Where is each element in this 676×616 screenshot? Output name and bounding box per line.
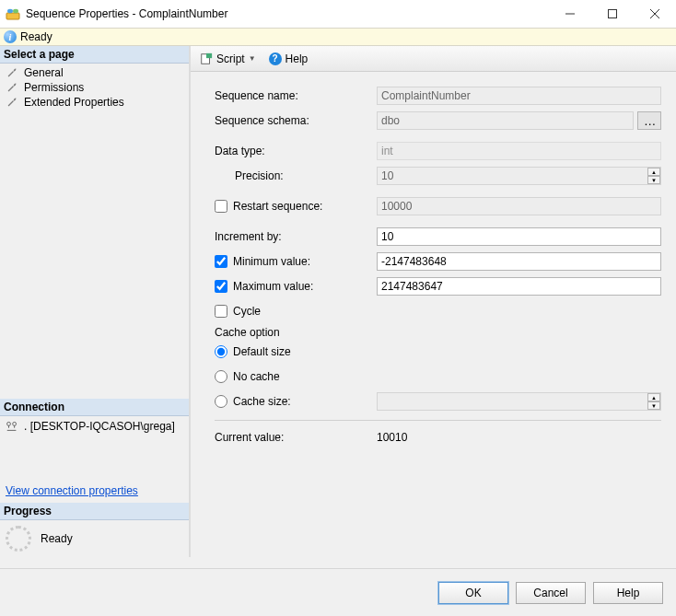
page-label: General	[24, 66, 64, 79]
cache-option-group-label: Cache option	[215, 326, 661, 339]
content-toolbar: Script ▼ ? Help	[191, 46, 676, 72]
precision-spin-down: ▼	[647, 176, 660, 184]
status-text: Ready	[20, 30, 52, 43]
cache-size-input	[377, 392, 661, 411]
help-button-footer[interactable]: Help	[593, 582, 663, 604]
info-icon: i	[4, 30, 17, 43]
title-bar: Sequence Properties - ComplaintNumber	[0, 0, 676, 28]
close-button[interactable]	[634, 0, 676, 28]
data-type-label: Data type:	[215, 145, 377, 157]
data-type-select: int	[377, 142, 661, 160]
cache-default-radio[interactable]	[215, 345, 227, 358]
status-strip: i Ready	[0, 28, 676, 46]
cache-size-radio[interactable]	[215, 395, 227, 408]
dialog-footer: OK Cancel Help	[0, 568, 676, 616]
connection-value: . [DESKTOP-IQCASOH\grega]	[24, 420, 175, 433]
maximum-value-input[interactable]	[377, 277, 661, 296]
sequence-schema-input	[377, 111, 634, 130]
precision-spin-up: ▲	[647, 168, 660, 176]
server-icon	[6, 420, 18, 433]
page-general[interactable]: General	[0, 65, 189, 80]
minimize-button[interactable]	[549, 0, 591, 28]
svg-point-8	[13, 422, 17, 425]
schema-browse-button[interactable]: …	[637, 111, 661, 130]
cache-size-spin-up: ▲	[647, 393, 660, 401]
page-label: Extended Properties	[24, 96, 124, 109]
minimum-value-checkbox[interactable]	[215, 255, 227, 268]
maximize-button[interactable]	[591, 0, 634, 28]
sequence-name-input	[377, 87, 661, 105]
connection-header: Connection	[0, 399, 189, 416]
help-button[interactable]: ? Help	[265, 51, 312, 67]
ok-button[interactable]: OK	[438, 582, 508, 604]
current-value-label: Current value:	[215, 431, 377, 444]
svg-point-1	[7, 9, 13, 14]
cache-size-label: Cache size:	[233, 395, 291, 408]
app-icon	[6, 6, 20, 21]
minimum-value-input[interactable]	[377, 252, 661, 271]
wrench-icon	[6, 96, 18, 109]
wrench-icon	[6, 81, 18, 94]
progress-text: Ready	[41, 532, 73, 545]
cycle-checkbox[interactable]	[215, 305, 227, 318]
restart-sequence-label: Restart sequence:	[233, 200, 322, 213]
svg-rect-0	[6, 13, 19, 19]
content-pane: Script ▼ ? Help Sequence name: Sequence …	[189, 46, 676, 557]
svg-rect-10	[206, 52, 212, 57]
restart-value-input	[377, 197, 661, 215]
progress-header: Progress	[0, 503, 189, 520]
page-label: Permissions	[24, 81, 84, 94]
chevron-down-icon: ▼	[249, 54, 256, 63]
cache-size-spin-down: ▼	[647, 401, 660, 410]
cache-default-label: Default size	[233, 345, 291, 358]
sequence-schema-label: Sequence schema:	[215, 114, 377, 127]
connection-row: . [DESKTOP-IQCASOH\grega]	[0, 416, 189, 436]
precision-label: Precision:	[215, 169, 377, 182]
cache-none-radio[interactable]	[215, 370, 227, 383]
svg-point-7	[7, 422, 11, 425]
script-icon	[200, 52, 213, 65]
precision-input	[377, 167, 661, 185]
window-title: Sequence Properties - ComplaintNumber	[26, 7, 549, 20]
sequence-name-label: Sequence name:	[215, 89, 377, 102]
increment-input[interactable]	[377, 227, 661, 246]
page-permissions[interactable]: Permissions	[0, 80, 189, 95]
maximum-value-label: Maximum value:	[233, 280, 313, 293]
script-label: Script	[216, 52, 245, 65]
sidebar: Select a page General Permissions Extend…	[0, 46, 189, 557]
wrench-icon	[6, 66, 18, 79]
cycle-label: Cycle	[233, 305, 261, 318]
svg-rect-4	[609, 10, 617, 18]
select-page-header: Select a page	[0, 46, 189, 64]
current-value: 10010	[377, 431, 407, 444]
svg-point-2	[13, 9, 18, 14]
help-label: Help	[286, 52, 309, 65]
script-dropdown[interactable]: Script ▼	[196, 51, 260, 67]
minimum-value-label: Minimum value:	[233, 255, 310, 268]
increment-label: Increment by:	[215, 230, 377, 243]
maximum-value-checkbox[interactable]	[215, 280, 227, 293]
form: Sequence name: Sequence schema: … Data t…	[191, 72, 676, 459]
spinner-icon	[6, 526, 31, 552]
cancel-button[interactable]: Cancel	[516, 582, 586, 604]
page-list: General Permissions Extended Properties	[0, 64, 189, 111]
progress-row: Ready	[0, 520, 189, 557]
page-extended-properties[interactable]: Extended Properties	[0, 95, 189, 110]
cache-none-label: No cache	[233, 370, 280, 383]
help-icon: ?	[269, 52, 282, 65]
view-connection-properties-link[interactable]: View connection properties	[0, 479, 144, 503]
restart-sequence-checkbox[interactable]	[215, 200, 227, 213]
